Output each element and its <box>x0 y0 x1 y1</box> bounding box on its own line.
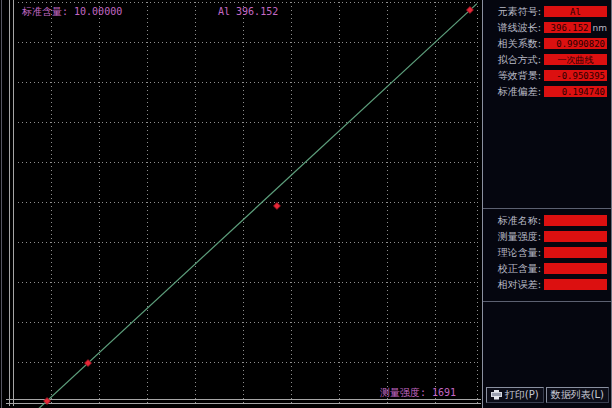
printer-icon <box>491 390 502 400</box>
relative-error-row: 相对误差: <box>486 279 607 290</box>
correlation-coefficient-row: 相关系数:0.9990820 <box>486 38 607 49</box>
relative-error-label: 相对误差: <box>486 279 541 290</box>
calibration-chart: 标准含量: 10.00000Al 396.152测量强度: 1691 <box>0 0 482 408</box>
theoretical-content-field <box>544 247 607 258</box>
standard-deviation-label: 标准偏差: <box>486 86 541 97</box>
relative-error-field <box>544 279 607 290</box>
chart-axes <box>2 0 482 408</box>
standard-deviation-row: 标准偏差:0.194740 <box>486 86 607 97</box>
equivalent-background-label: 等效背景: <box>486 70 541 81</box>
element-symbol-field: Al <box>544 6 607 17</box>
data-list-button[interactable]: 数据列表(L) <box>546 387 609 403</box>
print-button-label: 打印(P) <box>505 388 539 402</box>
standard-name-field <box>544 215 607 226</box>
standard-name-row: 标准名称: <box>486 215 607 226</box>
line-wavelength-field: 396.152 <box>544 22 591 33</box>
data-point[interactable] <box>273 202 280 209</box>
standard-deviation-field: 0.194740 <box>544 86 607 97</box>
corrected-content-field <box>544 263 607 274</box>
fit-method-label: 拟合方式: <box>486 54 541 65</box>
theoretical-content-row: 理论含量: <box>486 247 607 258</box>
x-axis-max-label: 测量强度: 1691 <box>380 387 456 398</box>
chart-title: Al 396.152 <box>218 6 278 17</box>
measured-intensity-field <box>544 231 607 242</box>
print-button[interactable]: 打印(P) <box>486 387 544 403</box>
calibration-curve-chart: 标准含量: 10.00000Al 396.152测量强度: 1691 <box>0 0 482 408</box>
line-wavelength-label: 谱线波长: <box>486 22 541 33</box>
panel-buttons: 打印(P)数据列表(L) <box>486 387 609 403</box>
correlation-coefficient-label: 相关系数: <box>486 38 541 49</box>
line-info-section: 元素符号:Al谱线波长:396.152nm相关系数:0.9990820拟合方式:… <box>486 6 607 102</box>
corrected-content-row: 校正含量: <box>486 263 607 274</box>
corrected-content-label: 校正含量: <box>486 263 541 274</box>
standard-name-label: 标准名称: <box>486 215 541 226</box>
y-axis-max-label: 标准含量: 10.00000 <box>21 6 122 17</box>
measured-intensity-label: 测量强度: <box>486 231 541 242</box>
correlation-coefficient-field: 0.9990820 <box>544 38 607 49</box>
info-panel: 元素符号:Al谱线波长:396.152nm相关系数:0.9990820拟合方式:… <box>482 0 612 408</box>
sample-info-section: 标准名称:测量强度:理论含量:校正含量:相对误差: <box>483 208 611 302</box>
chart-grid <box>18 2 478 403</box>
measured-intensity-row: 测量强度: <box>486 231 607 242</box>
line-wavelength-row: 谱线波长:396.152nm <box>486 22 607 33</box>
element-symbol-row: 元素符号:Al <box>486 6 607 17</box>
calibration-curve-window: { "chart_data": { "type": "scatter", "ti… <box>0 0 612 408</box>
fit-method-row: 拟合方式:一次曲线 <box>486 54 607 65</box>
equivalent-background-field: -0.950395 <box>544 70 607 81</box>
data-list-button-label: 数据列表(L) <box>551 388 604 402</box>
element-symbol-label: 元素符号: <box>486 6 541 17</box>
calibration-fit-line <box>18 4 477 408</box>
line-wavelength-unit: nm <box>593 23 607 33</box>
equivalent-background-row: 等效背景:-0.950395 <box>486 70 607 81</box>
fit-method-field: 一次曲线 <box>544 54 607 65</box>
theoretical-content-label: 理论含量: <box>486 247 541 258</box>
